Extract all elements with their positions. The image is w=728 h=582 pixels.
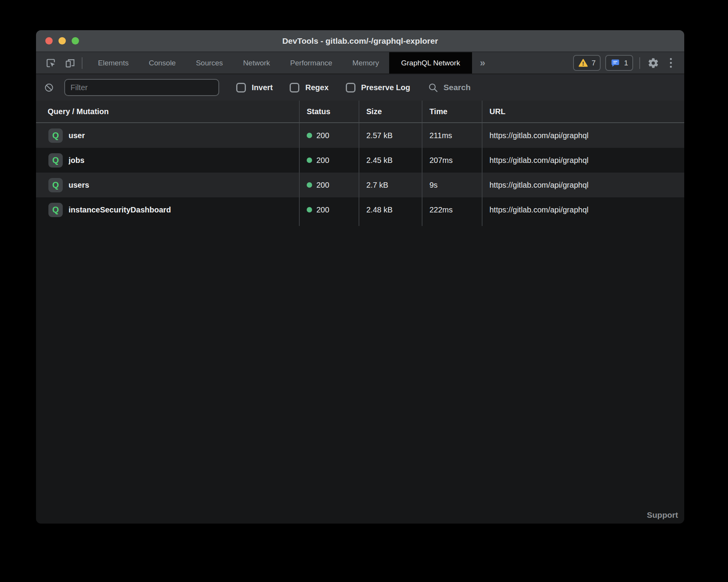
query-name: user bbox=[69, 131, 85, 140]
request-url: https://gitlab.com/api/graphql bbox=[489, 205, 589, 214]
window-title: DevTools - gitlab.com/-/graphql-explorer bbox=[36, 36, 684, 46]
issues-badge[interactable]: 1 bbox=[605, 55, 633, 71]
panel-empty-area: Support bbox=[36, 226, 684, 524]
status-code: 200 bbox=[316, 156, 329, 165]
tab-memory[interactable]: Memory bbox=[342, 52, 389, 74]
device-toolbar-icon[interactable] bbox=[63, 56, 77, 70]
toolbar-divider bbox=[82, 57, 82, 69]
response-size: 2.57 kB bbox=[366, 131, 393, 140]
query-type-badge: Q bbox=[48, 153, 63, 168]
status-ok-dot bbox=[307, 182, 312, 188]
column-header-status[interactable]: Status bbox=[299, 101, 359, 122]
close-button[interactable] bbox=[45, 37, 53, 45]
clear-block-icon[interactable] bbox=[44, 82, 54, 93]
invert-checkbox[interactable] bbox=[236, 83, 246, 92]
search-control[interactable]: Search bbox=[428, 82, 470, 93]
status-ok-dot bbox=[307, 133, 312, 138]
table-header: Query / Mutation Status Size Time URL bbox=[36, 101, 684, 123]
request-url: https://gitlab.com/api/graphql bbox=[489, 131, 589, 140]
response-time: 211ms bbox=[429, 131, 452, 140]
regex-checkbox[interactable] bbox=[290, 83, 299, 92]
status-ok-dot bbox=[307, 157, 312, 163]
tab-sources[interactable]: Sources bbox=[186, 52, 233, 74]
toolbar-divider bbox=[639, 57, 640, 69]
search-label: Search bbox=[443, 83, 470, 92]
message-bubble-icon bbox=[610, 58, 620, 68]
preserve-log-label: Preserve Log bbox=[361, 83, 410, 92]
status-code: 200 bbox=[316, 205, 329, 214]
tab-console[interactable]: Console bbox=[139, 52, 186, 74]
query-type-badge: Q bbox=[48, 203, 63, 217]
response-time: 207ms bbox=[429, 156, 453, 165]
issues-count: 1 bbox=[624, 59, 628, 67]
tab-graphql-network[interactable]: GraphQL Network bbox=[389, 52, 472, 74]
table-row[interactable]: Q user 200 2.57 kB 211ms https://gitlab.… bbox=[36, 123, 684, 148]
column-separator-extension bbox=[36, 222, 684, 226]
response-time: 9s bbox=[429, 181, 438, 190]
query-name: instanceSecurityDashboard bbox=[69, 205, 171, 214]
column-header-time[interactable]: Time bbox=[422, 101, 482, 122]
devtools-window: DevTools - gitlab.com/-/graphql-explorer… bbox=[36, 30, 684, 524]
query-type-badge: Q bbox=[48, 178, 63, 192]
status-ok-dot bbox=[307, 207, 312, 212]
response-size: 2.48 kB bbox=[366, 205, 393, 214]
settings-gear-icon[interactable] bbox=[646, 56, 660, 70]
traffic-lights bbox=[45, 37, 79, 45]
response-time: 222ms bbox=[429, 205, 453, 214]
filter-input[interactable] bbox=[64, 79, 219, 96]
invert-checkbox-group: Invert bbox=[236, 83, 273, 92]
request-url: https://gitlab.com/api/graphql bbox=[489, 181, 589, 190]
more-tabs-icon[interactable]: » bbox=[472, 52, 493, 74]
table-row[interactable]: Q users 200 2.7 kB 9s https://gitlab.com… bbox=[36, 173, 684, 197]
status-code: 200 bbox=[316, 181, 329, 190]
minimize-button[interactable] bbox=[58, 37, 66, 45]
warnings-badge[interactable]: 7 bbox=[573, 55, 601, 71]
zoom-button[interactable] bbox=[72, 37, 79, 45]
panel-tabs: Elements Console Sources Network Perform… bbox=[88, 52, 472, 74]
invert-label: Invert bbox=[252, 83, 273, 92]
request-url: https://gitlab.com/api/graphql bbox=[489, 156, 589, 165]
tab-elements[interactable]: Elements bbox=[88, 52, 139, 74]
status-code: 200 bbox=[316, 131, 329, 140]
warnings-count: 7 bbox=[592, 59, 596, 67]
window-titlebar[interactable]: DevTools - gitlab.com/-/graphql-explorer bbox=[36, 30, 684, 52]
column-header-size[interactable]: Size bbox=[359, 101, 422, 122]
table-row[interactable]: Q instanceSecurityDashboard 200 2.48 kB … bbox=[36, 197, 684, 222]
tab-performance[interactable]: Performance bbox=[280, 52, 342, 74]
response-size: 2.7 kB bbox=[366, 181, 388, 190]
query-name: jobs bbox=[69, 156, 84, 165]
preserve-log-checkbox[interactable] bbox=[346, 83, 355, 92]
search-icon bbox=[428, 82, 438, 93]
query-type-badge: Q bbox=[48, 128, 63, 143]
inspect-element-icon[interactable] bbox=[44, 56, 58, 70]
tab-network[interactable]: Network bbox=[233, 52, 280, 74]
table-row[interactable]: Q jobs 200 2.45 kB 207ms https://gitlab.… bbox=[36, 148, 684, 173]
preserve-log-checkbox-group: Preserve Log bbox=[346, 83, 410, 92]
warning-icon bbox=[578, 58, 588, 68]
response-size: 2.45 kB bbox=[366, 156, 393, 165]
column-header-query-mutation[interactable]: Query / Mutation bbox=[36, 101, 299, 122]
regex-checkbox-group: Regex bbox=[290, 83, 328, 92]
regex-label: Regex bbox=[305, 83, 328, 92]
more-options-kebab-icon[interactable] bbox=[665, 58, 676, 68]
support-link[interactable]: Support bbox=[647, 510, 678, 520]
query-name: users bbox=[69, 181, 89, 190]
devtools-tabbar: Elements Console Sources Network Perform… bbox=[36, 52, 684, 74]
column-header-url[interactable]: URL bbox=[482, 101, 684, 122]
filter-toolbar: Invert Regex Preserve Log Search bbox=[36, 74, 684, 101]
